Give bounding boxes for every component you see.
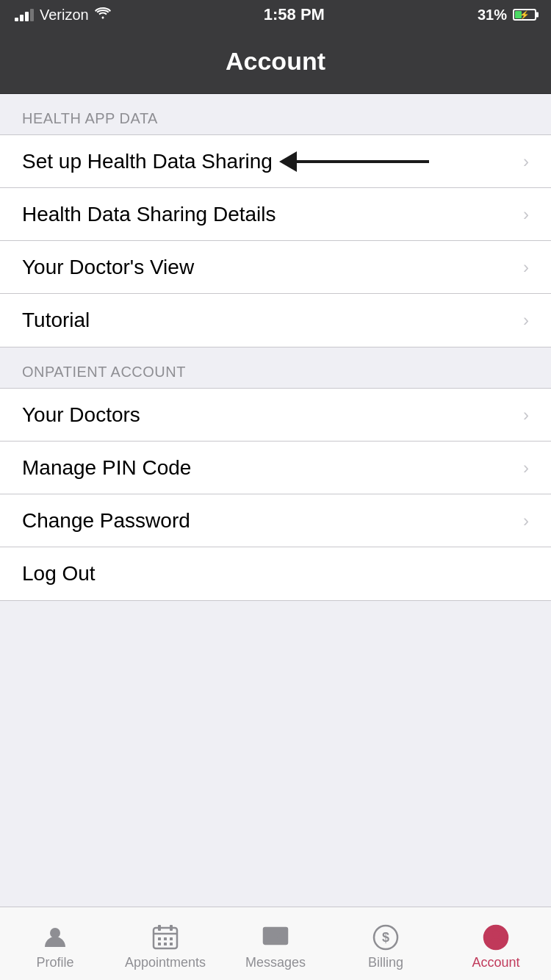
tab-messages-label: Messages	[245, 955, 306, 970]
battery-icon: ⚡	[513, 9, 536, 21]
nav-header: Account	[0, 29, 551, 94]
content: HEALTH APP DATA Set up Health Data Shari…	[0, 94, 551, 674]
tab-profile[interactable]: Profile	[0, 917, 110, 970]
signal-bars	[15, 9, 34, 21]
list-item-doctor-view[interactable]: Your Doctor's View ›	[0, 241, 551, 294]
list-item-your-doctors[interactable]: Your Doctors ›	[0, 389, 551, 442]
battery-percent: 31%	[478, 7, 507, 24]
profile-icon	[40, 924, 70, 951]
messages-icon	[261, 924, 290, 951]
svg-rect-3	[170, 925, 173, 931]
status-right: 31% ⚡	[478, 7, 536, 24]
svg-rect-10	[170, 943, 173, 945]
status-left: Verizon	[15, 7, 111, 24]
tab-appointments[interactable]: Appointments	[110, 917, 220, 970]
charging-bolt: ⚡	[519, 10, 530, 20]
battery-icon-container: ⚡	[513, 9, 536, 21]
setup-health-row-content: Set up Health Data Sharing	[22, 150, 429, 173]
manage-pin-label: Manage PIN Code	[22, 456, 191, 480]
list-item-health-details[interactable]: Health Data Sharing Details ›	[0, 188, 551, 241]
svg-point-0	[50, 928, 60, 938]
list-item-tutorial[interactable]: Tutorial ›	[0, 294, 551, 347]
chevron-icon: ›	[523, 310, 529, 331]
log-out-label: Log Out	[22, 562, 96, 586]
signal-bar-4	[30, 9, 34, 21]
tab-billing[interactable]: $ Billing	[331, 917, 441, 970]
list-item-setup-health[interactable]: Set up Health Data Sharing ›	[0, 135, 551, 188]
your-doctors-label: Your Doctors	[22, 403, 140, 427]
appointments-icon	[151, 924, 180, 951]
signal-bar-3	[25, 12, 29, 21]
list-item-manage-pin[interactable]: Manage PIN Code ›	[0, 442, 551, 494]
svg-text:$: $	[382, 930, 389, 945]
signal-bar-1	[15, 18, 18, 21]
tab-profile-label: Profile	[36, 955, 73, 970]
svg-rect-8	[158, 943, 161, 945]
chevron-icon: ›	[523, 257, 529, 278]
list-group-account: Your Doctors › Manage PIN Code › Change …	[0, 388, 551, 601]
tab-account[interactable]: Account	[441, 917, 551, 970]
svg-rect-5	[158, 937, 161, 940]
svg-rect-2	[158, 925, 161, 931]
billing-icon: $	[371, 924, 400, 951]
page-title: Account	[226, 47, 325, 76]
arrow-line	[297, 160, 429, 163]
svg-rect-6	[164, 937, 167, 940]
svg-rect-7	[170, 937, 173, 940]
tab-appointments-label: Appointments	[125, 955, 206, 970]
tab-billing-label: Billing	[368, 955, 403, 970]
tab-account-label: Account	[472, 955, 519, 970]
arrow-annotation	[279, 151, 429, 172]
list-item-change-password[interactable]: Change Password ›	[0, 494, 551, 547]
doctor-view-label: Your Doctor's View	[22, 256, 194, 279]
list-group-health: Set up Health Data Sharing › Health Data…	[0, 134, 551, 347]
signal-bar-2	[20, 15, 24, 21]
status-time: 1:58 PM	[264, 5, 325, 24]
tutorial-label: Tutorial	[22, 309, 90, 332]
section-header-account: ONPATIENT ACCOUNT	[0, 347, 551, 388]
chevron-icon: ›	[523, 511, 529, 531]
account-icon	[481, 924, 511, 951]
chevron-icon: ›	[523, 204, 529, 225]
status-bar: Verizon 1:58 PM 31% ⚡	[0, 0, 551, 29]
arrow-head	[279, 151, 297, 172]
carrier-label: Verizon	[40, 7, 89, 24]
tab-messages[interactable]: Messages	[220, 917, 331, 970]
setup-health-label: Set up Health Data Sharing	[22, 150, 273, 173]
section-header-health: HEALTH APP DATA	[0, 94, 551, 134]
change-password-label: Change Password	[22, 509, 190, 533]
wifi-icon	[95, 7, 111, 23]
tab-bar: Profile Appointments M	[0, 907, 551, 980]
health-details-label: Health Data Sharing Details	[22, 203, 276, 226]
chevron-icon: ›	[523, 151, 529, 172]
list-item-log-out[interactable]: Log Out	[0, 547, 551, 600]
svg-point-15	[492, 930, 500, 937]
svg-rect-9	[164, 943, 167, 945]
chevron-icon: ›	[523, 458, 529, 478]
chevron-icon: ›	[523, 405, 529, 425]
